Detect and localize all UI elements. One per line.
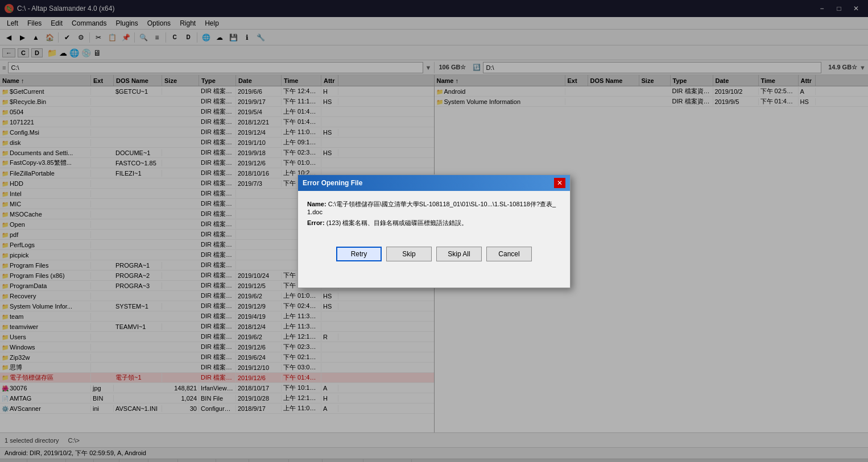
dialog-title-bar: Error Opening File ✕	[298, 175, 570, 191]
dialog-cancel-button[interactable]: Cancel	[486, 247, 532, 261]
dialog-skip-button[interactable]: Skip	[386, 247, 432, 261]
dialog-skip-all-button[interactable]: Skip All	[436, 247, 482, 261]
dialog-error-value: (123) 檔案名稱、目錄名稱或磁碟區標籤語法錯誤。	[326, 219, 468, 226]
dialog-close-button[interactable]: ✕	[554, 178, 565, 188]
dialog-error-label: Error:	[307, 219, 325, 226]
dialog-name-value: C:\電子領標儲存區\國立清華大學SL-108118_01\01\SL-10..…	[307, 201, 556, 215]
dialog-error-line: Error: (123) 檔案名稱、目錄名稱或磁碟區標籤語法錯誤。	[307, 219, 561, 227]
dialog-name-line: Name: C:\電子領標儲存區\國立清華大學SL-108118_01\01\S…	[307, 200, 561, 215]
modal-overlay: Error Opening File ✕ Name: C:\電子領標儲存區\國立…	[0, 0, 868, 462]
dialog-title: Error Opening File	[303, 179, 362, 187]
dialog-body: Name: C:\電子領標儲存區\國立清華大學SL-108118_01\01\S…	[298, 191, 570, 240]
dialog-name-label: Name:	[307, 201, 326, 207]
dialog-buttons: Retry Skip Skip All Cancel	[298, 240, 570, 270]
error-dialog: Error Opening File ✕ Name: C:\電子領標儲存區\國立…	[297, 174, 571, 288]
dialog-retry-button[interactable]: Retry	[336, 247, 382, 261]
